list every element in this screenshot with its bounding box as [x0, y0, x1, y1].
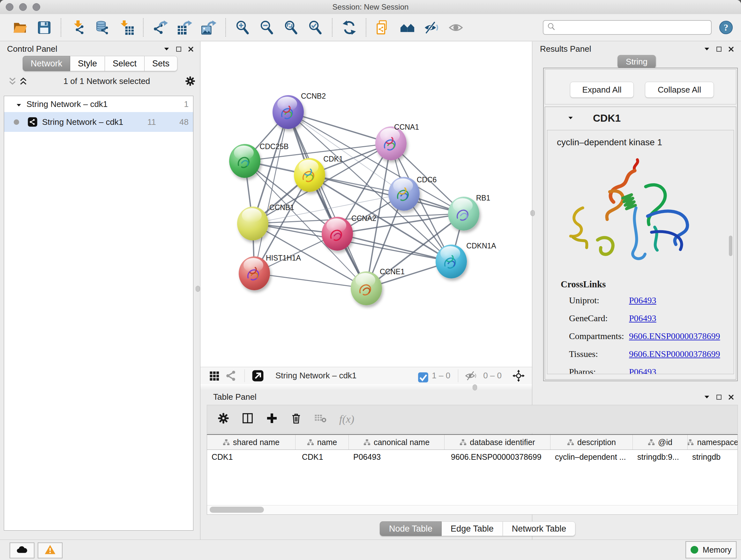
horizontal-splitter[interactable]: [200, 384, 532, 390]
control-panel-close-icon[interactable]: [187, 46, 194, 53]
export-image-button[interactable]: [199, 17, 219, 38]
network-node-CCNA2[interactable]: [322, 217, 353, 251]
network-node-CCNA1[interactable]: [375, 126, 407, 160]
zoom-fit-button[interactable]: [281, 17, 301, 38]
network-node-CDK1[interactable]: [294, 158, 325, 192]
network-node-CDKN1A[interactable]: [435, 245, 467, 278]
hide-selected-button[interactable]: [421, 17, 441, 38]
delete-column-icon[interactable]: [290, 412, 304, 426]
collection-expand-icon[interactable]: [16, 101, 22, 107]
crosslink-link[interactable]: 9606.ENSP00000378699: [629, 331, 720, 341]
table-cell[interactable]: stringdb: [688, 452, 738, 462]
memory-button[interactable]: Memory: [685, 541, 737, 558]
table-settings-gear-icon[interactable]: [217, 412, 231, 426]
network-node-CDC25B[interactable]: [229, 144, 260, 178]
table-cell[interactable]: stringdb:9...: [633, 452, 688, 462]
column-header-namespace[interactable]: namespace: [688, 435, 738, 449]
open-folder-button[interactable]: [10, 17, 30, 38]
network-node-CCNB1[interactable]: [237, 206, 268, 240]
import-database-button[interactable]: [92, 17, 112, 38]
section-expand-icon[interactable]: [567, 115, 574, 121]
tab-style[interactable]: Style: [70, 56, 105, 71]
column-header-description[interactable]: description: [550, 435, 633, 449]
import-table-button[interactable]: [117, 17, 136, 38]
control-panel-menu-icon[interactable]: [163, 46, 170, 53]
table-horizontal-scrollbar[interactable]: [207, 505, 738, 514]
help-button[interactable]: ?: [719, 20, 733, 35]
houses-button[interactable]: [397, 17, 417, 38]
export-table-button[interactable]: [175, 17, 194, 38]
table-cell[interactable]: cyclin–dependent ...: [550, 452, 633, 462]
table-panel-menu-icon[interactable]: [703, 394, 711, 401]
add-column-icon[interactable]: [266, 412, 280, 426]
table-panel-close-icon[interactable]: [728, 394, 735, 401]
network-edge[interactable]: [254, 273, 366, 288]
table-cell[interactable]: CDK1: [207, 452, 295, 462]
warnings-button[interactable]: [38, 543, 63, 558]
tab-network-table[interactable]: Network Table: [503, 521, 576, 536]
column-header-@id[interactable]: @id: [633, 435, 688, 449]
tab-select[interactable]: Select: [105, 56, 145, 71]
save-button[interactable]: [34, 17, 54, 38]
cloud-button[interactable]: [10, 543, 35, 558]
results-panel-menu-icon[interactable]: [703, 46, 711, 53]
network-node-CDC6[interactable]: [388, 177, 420, 211]
results-panel-float-icon[interactable]: [716, 46, 723, 53]
network-view[interactable]: CCNB2CCNA1CDC25BCDK1CDC6RB1CCNB1CCNA2CDK…: [200, 42, 532, 384]
control-panel-float-icon[interactable]: [175, 46, 182, 53]
table-cell[interactable]: P06493: [349, 452, 445, 462]
show-columns-icon[interactable]: [242, 412, 256, 426]
table-row[interactable]: CDK1CDK1P064939606.ENSP00000378699cyclin…: [207, 450, 738, 464]
tab-edge-table[interactable]: Edge Table: [442, 521, 503, 536]
network-options-gear-icon[interactable]: [185, 76, 196, 86]
column-header-canonical-name[interactable]: canonical name: [349, 435, 445, 449]
column-header-shared-name[interactable]: shared name: [207, 435, 295, 449]
crosslink-link[interactable]: P06493: [629, 367, 657, 374]
results-panel-close-icon[interactable]: [728, 46, 735, 53]
tab-sets[interactable]: Sets: [145, 56, 178, 71]
search-box[interactable]: [543, 20, 712, 35]
crosslink-link[interactable]: 9606.ENSP00000378699: [629, 349, 720, 359]
export-network-button[interactable]: [150, 17, 170, 38]
table-panel-float-icon[interactable]: [716, 394, 723, 401]
hidden-eye-slash-icon[interactable]: [465, 370, 477, 382]
fit-crosshair-icon[interactable]: [513, 370, 525, 382]
selected-checkbox-icon[interactable]: [417, 371, 426, 380]
refresh-button[interactable]: [339, 17, 359, 38]
network-edge[interactable]: [254, 112, 288, 273]
splitter-handle[interactable]: [196, 286, 200, 292]
duplicate-network-button[interactable]: [373, 17, 393, 38]
string-share-icon[interactable]: [225, 370, 238, 382]
collapse-all-networks-icon[interactable]: [7, 76, 18, 86]
collapse-all-button[interactable]: Collapse All: [645, 82, 714, 98]
zoom-out-button[interactable]: [257, 17, 277, 38]
tab-node-table[interactable]: Node Table: [380, 521, 442, 536]
column-header-name[interactable]: name: [295, 435, 349, 449]
column-header-database-identifier[interactable]: database identifier: [445, 435, 550, 449]
table-cell[interactable]: CDK1: [295, 452, 349, 462]
search-input[interactable]: [556, 22, 708, 33]
network-node-CCNB2[interactable]: [273, 95, 304, 129]
birdseye-grid-icon[interactable]: [208, 370, 220, 382]
tab-network[interactable]: Network: [23, 56, 70, 71]
network-node-HIST1H1A[interactable]: [239, 256, 270, 290]
results-scrollbar-thumb[interactable]: [729, 236, 732, 256]
zoom-in-button[interactable]: [232, 17, 253, 38]
crosslink-link[interactable]: P06493: [629, 313, 657, 323]
node-label-CDC25B: CDC25B: [260, 142, 289, 151]
table-cell[interactable]: 9606.ENSP00000378699: [445, 452, 550, 462]
import-network-button[interactable]: [68, 17, 88, 38]
expand-all-networks-icon[interactable]: [18, 76, 29, 86]
scrollbar-thumb[interactable]: [210, 507, 264, 513]
network-row[interactable]: String Network – cdk1 11 48: [4, 112, 193, 132]
network-node-CCNE1[interactable]: [351, 271, 382, 305]
crosslink-link[interactable]: P06493: [629, 295, 657, 306]
external-view-icon[interactable]: [252, 370, 264, 382]
splitter-handle[interactable]: [473, 384, 477, 390]
zoom-selected-button[interactable]: [306, 17, 325, 38]
expand-all-button[interactable]: Expand All: [570, 82, 634, 98]
network-node-RB1[interactable]: [448, 197, 479, 231]
network-collection-row[interactable]: String Network – cdk1 1: [4, 96, 193, 112]
tab-string[interactable]: String: [617, 55, 656, 68]
node-details-header[interactable]: CDK1: [545, 107, 736, 129]
